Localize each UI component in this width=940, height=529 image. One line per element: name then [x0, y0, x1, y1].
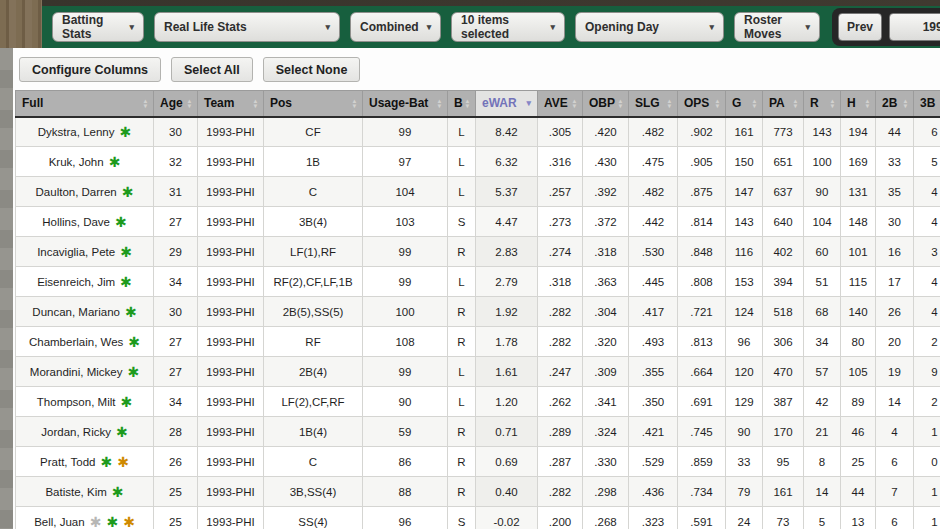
cell-b: L	[448, 267, 476, 297]
dropdown-batting-stats[interactable]: Batting Stats ▾	[52, 12, 144, 42]
table-row[interactable]: Duncan, Mariano✱301993-PHI2B(5),SS(5)100…	[16, 297, 940, 327]
season-select-button[interactable]: 1993-PHI	[889, 13, 940, 41]
column-header-r[interactable]: R▴▾	[804, 91, 841, 117]
table-row[interactable]: Pratt, Todd✱✱261993-PHIC86R0.69.287.330.…	[16, 447, 940, 477]
cell-3b: 4	[914, 177, 940, 207]
cell-slg: .482	[629, 177, 678, 207]
sort-icon: ▴▾	[619, 98, 622, 108]
dropdown-combined[interactable]: Combined ▾	[350, 12, 441, 42]
dropdown-opening-day[interactable]: Opening Day ▾	[575, 12, 724, 42]
sort-descending-icon: ▾	[526, 99, 531, 108]
sort-icon: ▴▾	[716, 98, 719, 108]
cell-age: 34	[154, 387, 198, 417]
cell-h: 169	[841, 147, 876, 177]
cell-b: R	[448, 327, 476, 357]
cell-g: 79	[726, 477, 763, 507]
column-header-h[interactable]: H▴▾	[841, 91, 876, 117]
cell-pa: 95	[763, 447, 804, 477]
column-header-g[interactable]: G▴▾	[726, 91, 763, 117]
column-label: R	[810, 96, 819, 110]
table-row[interactable]: Chamberlain, Wes✱271993-PHIRF108R1.78.28…	[16, 327, 940, 357]
player-name: Daulton, Darren	[36, 186, 117, 198]
dropdown-real-life-stats[interactable]: Real Life Stats ▾	[154, 12, 340, 42]
column-header-ave[interactable]: AVE▴▾	[538, 91, 583, 117]
status-asterisk-icon-green: ✱	[116, 424, 128, 440]
cell-team: 1993-PHI	[198, 507, 264, 529]
column-header-pos[interactable]: Pos▴▾	[264, 91, 363, 117]
configure-columns-button[interactable]: Configure Columns	[19, 57, 161, 82]
cell-ave: .305	[538, 117, 583, 147]
cell-pa: 394	[763, 267, 804, 297]
cell-obp: .363	[583, 267, 629, 297]
status-asterisk-icon-green: ✱	[128, 334, 140, 350]
cell-r: 21	[804, 417, 841, 447]
cell-ewar: 1.61	[476, 357, 538, 387]
column-header-b[interactable]: B▴▾	[448, 91, 476, 117]
table-row[interactable]: Thompson, Milt✱341993-PHILF(2),CF,RF90L1…	[16, 387, 940, 417]
cell-usage-bat: 99	[363, 237, 448, 267]
cell-player-name: Eisenreich, Jim✱	[16, 267, 154, 297]
cell-team: 1993-PHI	[198, 177, 264, 207]
cell-obp: .318	[583, 237, 629, 267]
column-header-slg[interactable]: SLG▴▾	[629, 91, 678, 117]
cell-pa: 640	[763, 207, 804, 237]
column-header-usage-bat[interactable]: Usage-Bat▴▾	[363, 91, 448, 117]
cell-pos: 1B(4)	[264, 417, 363, 447]
prev-season-button[interactable]: Prev	[838, 13, 882, 41]
column-header-2b[interactable]: 2B▴▾	[876, 91, 914, 117]
cell-age: 25	[154, 507, 198, 529]
status-asterisk-icon-green: ✱	[120, 394, 132, 410]
table-row[interactable]: Eisenreich, Jim✱341993-PHIRF(2),CF,LF,1B…	[16, 267, 940, 297]
cell-g: 96	[726, 327, 763, 357]
cell-obp: .392	[583, 177, 629, 207]
column-header-age[interactable]: Age▴▾	[154, 91, 198, 117]
cell-team: 1993-PHI	[198, 477, 264, 507]
table-row[interactable]: Batiste, Kim✱251993-PHI3B,SS(4)88R0.40.2…	[16, 477, 940, 507]
table-row[interactable]: Hollins, Dave✱271993-PHI3B(4)103S4.47.27…	[16, 207, 940, 237]
cell-2b: 4	[876, 417, 914, 447]
table-row[interactable]: Jordan, Ricky✱281993-PHI1B(4)59R0.71.289…	[16, 417, 940, 447]
cell-usage-bat: 99	[363, 267, 448, 297]
cell-2b: 17	[876, 267, 914, 297]
table-row[interactable]: Incaviglia, Pete✱291993-PHILF(1),RF99R2.…	[16, 237, 940, 267]
cell-ops: .848	[678, 237, 726, 267]
status-asterisk-icon-green: ✱	[119, 124, 131, 140]
cell-ave: .262	[538, 387, 583, 417]
cell-team: 1993-PHI	[198, 237, 264, 267]
cell-ewar: 8.42	[476, 117, 538, 147]
cell-pos: 2B(5),SS(5)	[264, 297, 363, 327]
column-header-full[interactable]: Full▴▾	[16, 91, 154, 117]
table-row[interactable]: Dykstra, Lenny✱301993-PHICF99L8.42.305.4…	[16, 117, 940, 147]
cell-pa: 637	[763, 177, 804, 207]
column-label: OPS	[684, 96, 709, 110]
cell-age: 30	[154, 117, 198, 147]
select-all-button[interactable]: Select All	[171, 57, 253, 82]
cell-ops: .664	[678, 357, 726, 387]
column-header-ops[interactable]: OPS▴▾	[678, 91, 726, 117]
column-header-3b[interactable]: 3B▴▾	[914, 91, 940, 117]
cell-2b: 26	[876, 297, 914, 327]
column-header-ewar[interactable]: eWAR▾	[476, 91, 538, 117]
dropdown-items-selected[interactable]: 10 items selected ▾	[451, 12, 565, 42]
cell-ops: .591	[678, 507, 726, 529]
cell-obp: .420	[583, 117, 629, 147]
column-header-team[interactable]: Team▴▾	[198, 91, 264, 117]
cell-g: 143	[726, 207, 763, 237]
cell-r: 57	[804, 357, 841, 387]
table-row[interactable]: Morandini, Mickey✱271993-PHI2B(4)99L1.61…	[16, 357, 940, 387]
cell-g: 33	[726, 447, 763, 477]
dropdown-roster-moves[interactable]: Roster Moves ▾	[734, 12, 820, 42]
dropdown-label: Combined	[360, 20, 419, 34]
chevron-down-icon: ▾	[550, 22, 555, 32]
cell-pos: LF(2),CF,RF	[264, 387, 363, 417]
cell-r: 14	[804, 477, 841, 507]
column-header-obp[interactable]: OBP▴▾	[583, 91, 629, 117]
cell-2b: 20	[876, 327, 914, 357]
table-row[interactable]: Daulton, Darren✱311993-PHIC104L5.37.257.…	[16, 177, 940, 207]
cell-player-name: Morandini, Mickey✱	[16, 357, 154, 387]
table-row[interactable]: Bell, Juan✱✱✱251993-PHISS(4)96S-0.02.200…	[16, 507, 940, 529]
column-header-pa[interactable]: PA▴▾	[763, 91, 804, 117]
cell-3b: 5	[914, 147, 940, 177]
select-none-button[interactable]: Select None	[263, 57, 361, 82]
table-row[interactable]: Kruk, John✱321993-PHI1B97L6.32.316.430.4…	[16, 147, 940, 177]
